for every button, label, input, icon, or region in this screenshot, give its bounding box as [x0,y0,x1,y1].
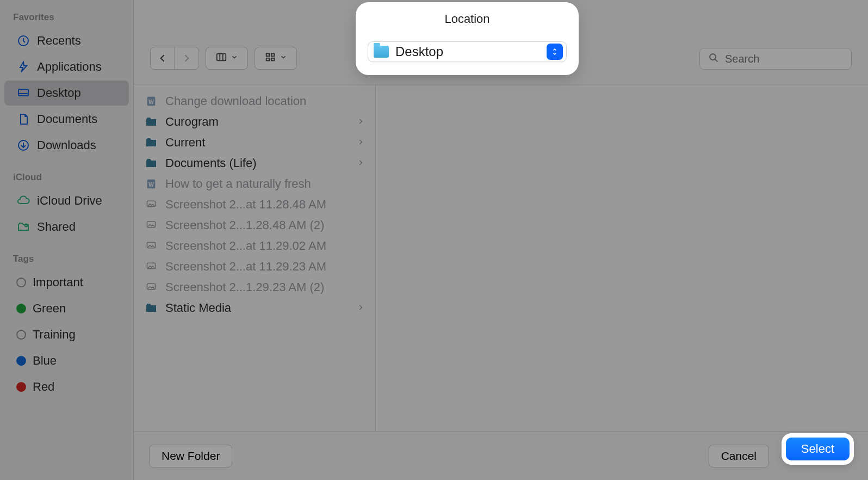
file-row: Screenshot 2...at 11.28.48 AM [134,194,375,215]
location-title: Location [368,12,567,26]
chevron-right-icon [357,158,364,169]
image-icon [145,219,158,232]
file-row: Screenshot 2...1.28.48 AM (2) [134,215,375,236]
tag-label: Blue [33,354,57,368]
tag-blue[interactable]: Blue [4,348,129,373]
footer: New Folder Cancel [134,431,868,480]
tag-green[interactable]: Green [4,296,129,321]
location-selected: Desktop [395,44,540,59]
sidebar: Favorites Recents Applications Desktop [0,0,133,480]
chevron-down-icon [231,53,238,63]
sidebar-item-recents[interactable]: Recents [4,28,129,53]
sidebar-item-label: Recents [37,34,81,48]
file-row: WChange download location [134,91,375,112]
search-icon [708,52,720,66]
chevron-right-icon [357,116,364,128]
forward-button[interactable] [175,47,199,69]
nav-buttons [150,47,199,70]
word-doc-icon: W [145,95,158,108]
tag-label: Important [33,275,83,290]
sidebar-item-label: Documents [37,112,97,126]
desktop-icon [16,86,30,100]
chevron-right-icon [357,137,364,149]
file-name: Static Media [165,301,231,315]
updown-stepper-icon [547,44,563,60]
preview-column [376,84,868,431]
file-row: Screenshot 2...1.29.23 AM (2) [134,277,375,298]
select-button[interactable]: Select [786,438,850,460]
tag-dot-icon [16,304,26,313]
cloud-icon [16,194,30,208]
sidebar-icloud-header: iCloud [0,169,133,186]
image-icon [145,239,158,253]
svg-rect-8 [271,58,275,61]
chevron-right-icon [357,303,364,314]
location-dropdown-highlight: Location Desktop [359,5,575,72]
sidebar-item-label: Applications [37,60,102,74]
tag-red[interactable]: Red [4,374,129,399]
image-icon [145,198,158,211]
file-name: Change download location [165,94,306,108]
svg-rect-6 [271,54,275,57]
file-row[interactable]: Static Media [134,298,375,318]
back-button[interactable] [151,47,175,69]
image-icon [145,281,158,294]
svg-point-9 [710,54,716,60]
file-name: Documents (Life) [165,156,257,170]
view-grid-button[interactable] [255,47,297,70]
clock-icon [16,34,30,48]
sidebar-item-label: Shared [37,220,76,234]
tag-label: Green [33,301,66,316]
folder-icon [145,136,158,149]
sidebar-item-documents[interactable]: Documents [4,107,129,132]
search-input[interactable] [725,53,844,65]
folder-icon [374,46,389,58]
search-field[interactable] [699,48,852,70]
file-name: Screenshot 2...at 11.29.02 AM [165,239,326,253]
tag-label: Training [33,328,76,342]
sidebar-item-applications[interactable]: Applications [4,54,129,79]
file-row[interactable]: Current [134,132,375,153]
folder-icon [145,157,158,170]
tag-training[interactable]: Training [4,322,129,347]
new-folder-button[interactable]: New Folder [149,445,232,467]
file-row[interactable]: Curogram [134,112,375,132]
sidebar-item-desktop[interactable]: Desktop [4,81,129,106]
svg-rect-1 [18,89,28,96]
shared-folder-icon [16,220,30,234]
file-row: WHow to get a naturally fresh [134,174,375,194]
tag-dot-icon [16,382,26,392]
tag-dot-icon [16,356,26,366]
file-name: Curogram [165,115,219,129]
svg-rect-5 [266,54,270,57]
file-name: Current [165,136,205,150]
tag-important[interactable]: Important [4,270,129,295]
view-columns-button[interactable] [206,47,248,70]
file-row: Screenshot 2...at 11.29.23 AM [134,256,375,277]
sidebar-item-label: iCloud Drive [37,194,102,208]
document-icon [16,112,30,126]
folder-icon [145,301,158,315]
sidebar-favorites-header: Favorites [0,9,133,26]
svg-rect-4 [217,54,226,61]
file-row: Screenshot 2...at 11.29.02 AM [134,236,375,256]
sidebar-item-label: Desktop [37,86,81,100]
sidebar-item-shared[interactable]: Shared [4,214,129,239]
chevron-down-icon [280,53,287,63]
file-name: Screenshot 2...1.29.23 AM (2) [165,280,324,294]
svg-text:W: W [148,99,154,105]
file-row[interactable]: Documents (Life) [134,153,375,174]
tag-label: Red [33,380,54,394]
image-icon [145,260,158,273]
tag-dot-icon [16,278,26,287]
location-dropdown[interactable]: Desktop [368,41,567,62]
file-name: Screenshot 2...at 11.28.48 AM [165,198,326,212]
sidebar-item-downloads[interactable]: Downloads [4,133,129,158]
sidebar-tags-header: Tags [0,250,133,268]
svg-text:W: W [148,182,154,188]
sidebar-item-icloud-drive[interactable]: iCloud Drive [4,188,129,213]
word-doc-icon: W [145,177,158,190]
cancel-button[interactable]: Cancel [709,445,769,467]
folder-icon [145,115,158,128]
sidebar-item-label: Downloads [37,138,96,152]
